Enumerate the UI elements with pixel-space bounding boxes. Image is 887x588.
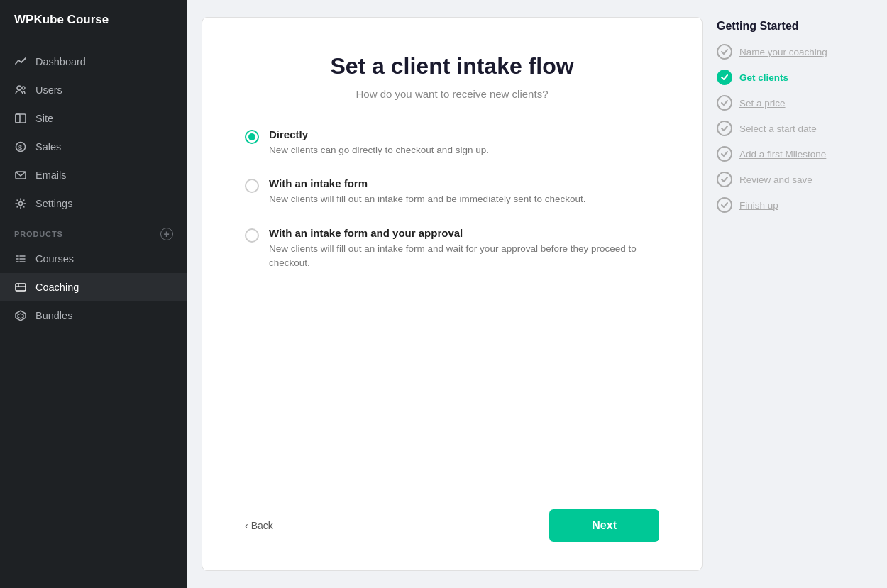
option-directly[interactable]: Directly New clients can go directly to …: [245, 128, 659, 157]
sidebar-brand: WPKube Course: [0, 0, 187, 40]
sidebar-label-courses: Courses: [35, 253, 74, 265]
sidebar-item-settings[interactable]: Settings: [0, 189, 187, 218]
sidebar-item-sales[interactable]: $ Sales: [0, 133, 187, 161]
step-first-milestone: Add a first Milestone: [717, 146, 873, 162]
step-check-start-date: [717, 121, 732, 136]
step-set-price: Set a price: [717, 95, 873, 111]
radio-intake-form[interactable]: [245, 179, 259, 193]
svg-marker-18: [18, 314, 23, 318]
coaching-icon: [14, 281, 27, 294]
option-intake-form-label: With an intake form: [269, 177, 585, 189]
step-label-name-coaching[interactable]: Name your coaching: [739, 47, 827, 57]
back-link[interactable]: ‹ Back: [245, 520, 273, 531]
card-footer: ‹ Back Next: [245, 509, 659, 542]
svg-rect-3: [16, 114, 20, 123]
intake-options: Directly New clients can go directly to …: [245, 128, 659, 270]
step-label-set-price[interactable]: Set a price: [739, 98, 786, 109]
option-directly-desc: New clients can go directly to checkout …: [269, 143, 489, 157]
svg-rect-14: [16, 284, 26, 291]
products-section-label: PRODUCTS +: [0, 218, 187, 245]
step-list: Name your coaching Get clients Set a pri…: [717, 44, 873, 213]
sidebar-item-courses[interactable]: Courses: [0, 245, 187, 273]
step-label-review-save[interactable]: Review and save: [739, 174, 812, 185]
radio-directly[interactable]: [245, 130, 259, 144]
page-title: Set a client intake flow: [245, 53, 659, 79]
option-intake-approval[interactable]: With an intake form and your approval Ne…: [245, 227, 659, 271]
sidebar-label-settings: Settings: [35, 198, 72, 209]
main-content: Set a client intake flow How do you want…: [187, 0, 887, 588]
back-label: Back: [251, 520, 273, 531]
step-check-finish-up: [717, 197, 732, 213]
step-check-get-clients: [717, 70, 732, 85]
option-intake-approval-text: With an intake form and your approval Ne…: [269, 227, 659, 271]
sidebar: WPKube Course Dashboard Users: [0, 0, 187, 588]
svg-point-7: [19, 202, 23, 206]
option-directly-label: Directly: [269, 128, 489, 140]
option-intake-approval-desc: New clients will fill out an intake form…: [269, 242, 659, 271]
sidebar-item-bundles[interactable]: Bundles: [0, 301, 187, 330]
sidebar-item-dashboard[interactable]: Dashboard: [0, 48, 187, 76]
site-icon: [14, 112, 27, 125]
sidebar-nav: Dashboard Users Site: [0, 40, 187, 337]
step-check-name-coaching: [717, 44, 732, 60]
option-intake-form-text: With an intake form New clients will fil…: [269, 177, 585, 206]
sidebar-label-site: Site: [35, 113, 53, 124]
sidebar-label-bundles: Bundles: [35, 310, 72, 321]
step-start-date: Select a start date: [717, 121, 873, 136]
getting-started-title: Getting Started: [717, 20, 873, 33]
page-subtitle: How do you want to receive new clients?: [245, 88, 659, 100]
getting-started-sidebar: Getting Started Name your coaching Get c…: [717, 17, 873, 571]
step-name-coaching: Name your coaching: [717, 44, 873, 60]
next-button[interactable]: Next: [549, 509, 659, 542]
intake-flow-card: Set a client intake flow How do you want…: [202, 17, 703, 571]
step-label-get-clients[interactable]: Get clients: [739, 72, 788, 83]
users-icon: [14, 84, 27, 96]
chart-icon: [14, 55, 27, 68]
sidebar-label-coaching: Coaching: [35, 282, 79, 293]
step-check-review-save: [717, 172, 732, 187]
option-intake-approval-label: With an intake form and your approval: [269, 227, 659, 239]
sidebar-label-dashboard: Dashboard: [35, 56, 86, 67]
radio-intake-approval[interactable]: [245, 228, 259, 243]
sidebar-item-coaching[interactable]: Coaching: [0, 273, 187, 301]
step-finish-up: Finish up: [717, 197, 873, 213]
emails-icon: [14, 169, 27, 182]
sidebar-label-emails: Emails: [35, 170, 67, 181]
svg-point-1: [22, 87, 25, 89]
chevron-left-icon: ‹: [245, 520, 248, 531]
sidebar-item-emails[interactable]: Emails: [0, 161, 187, 189]
step-label-start-date[interactable]: Select a start date: [739, 123, 817, 134]
sidebar-label-users: Users: [35, 84, 62, 96]
settings-icon: [14, 197, 27, 210]
step-get-clients: Get clients: [717, 70, 873, 85]
sales-icon: $: [14, 140, 27, 153]
courses-icon: [14, 253, 27, 265]
svg-text:$: $: [18, 144, 22, 151]
sidebar-item-site[interactable]: Site: [0, 104, 187, 133]
option-intake-form[interactable]: With an intake form New clients will fil…: [245, 177, 659, 206]
step-review-save: Review and save: [717, 172, 873, 187]
option-intake-form-desc: New clients will fill out an intake form…: [269, 192, 585, 206]
step-label-finish-up[interactable]: Finish up: [739, 200, 778, 211]
svg-point-0: [17, 86, 21, 90]
sidebar-item-users[interactable]: Users: [0, 76, 187, 104]
sidebar-label-sales: Sales: [35, 141, 61, 152]
add-product-button[interactable]: +: [160, 228, 173, 240]
step-check-first-milestone: [717, 146, 732, 162]
bundles-icon: [14, 309, 27, 322]
svg-marker-17: [16, 311, 26, 321]
option-directly-text: Directly New clients can go directly to …: [269, 128, 489, 157]
step-label-first-milestone[interactable]: Add a first Milestone: [739, 149, 826, 160]
step-check-set-price: [717, 95, 732, 111]
svg-rect-2: [16, 114, 26, 123]
